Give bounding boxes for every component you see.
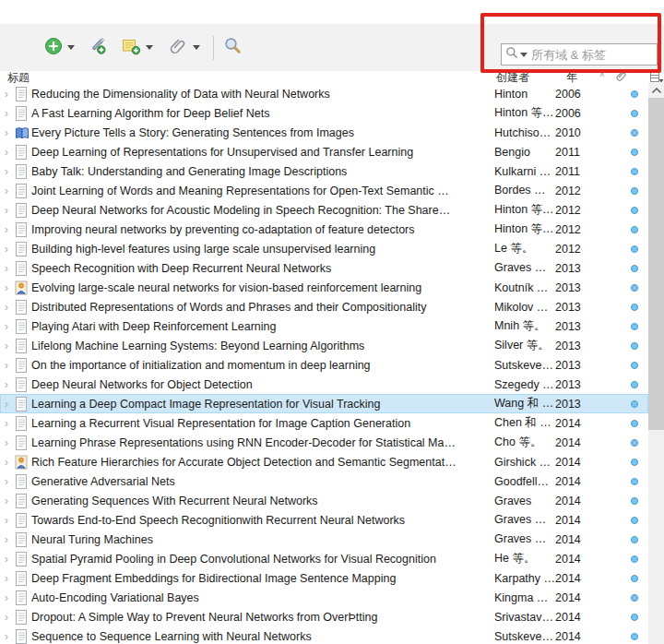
table-row[interactable]: ›Lifelong Machine Learning Systems: Beyo… bbox=[0, 336, 648, 355]
expand-chevron-icon[interactable]: › bbox=[0, 355, 13, 375]
add-attachment-dropdown-caret[interactable] bbox=[193, 45, 200, 50]
expand-chevron-icon[interactable]: › bbox=[0, 491, 13, 510]
table-row[interactable]: ›Learning Phrase Representations using R… bbox=[0, 433, 648, 452]
item-title: Sequence to Sequence Learning with Neura… bbox=[31, 630, 494, 643]
table-row[interactable]: ›Generating Sequences With Recurrent Neu… bbox=[0, 491, 648, 510]
vertical-scrollbar[interactable] bbox=[648, 83, 664, 644]
item-title: Towards End-to-End Speech Recognitionwit… bbox=[31, 514, 494, 527]
advanced-search-button[interactable] bbox=[223, 36, 243, 59]
expand-chevron-icon[interactable]: › bbox=[0, 161, 13, 181]
table-row[interactable]: ›Learning a Recurrent Visual Representat… bbox=[0, 413, 648, 433]
sort-ascending-caret: ∧ bbox=[599, 70, 605, 78]
item-creator: Szegedy … bbox=[494, 378, 555, 391]
attachment-dot-icon bbox=[631, 226, 638, 233]
search-input[interactable] bbox=[531, 48, 653, 62]
table-row[interactable]: ›On the importance of initialization and… bbox=[0, 355, 648, 375]
expand-chevron-icon[interactable]: › bbox=[0, 413, 13, 433]
expand-chevron-icon[interactable]: › bbox=[0, 220, 13, 239]
table-row[interactable]: ›Building high-level features using larg… bbox=[0, 239, 648, 258]
attachment-dot-icon bbox=[631, 594, 638, 602]
expand-chevron-icon[interactable]: › bbox=[0, 588, 13, 607]
table-row[interactable]: ›Rich Feature Hierarchies for Accurate O… bbox=[0, 452, 648, 471]
expand-chevron-icon[interactable]: › bbox=[0, 316, 13, 336]
expand-chevron-icon[interactable]: › bbox=[0, 200, 13, 220]
table-row[interactable]: ›Generative Adversarial NetsGoodfell…201… bbox=[0, 471, 648, 491]
journal-article-icon bbox=[13, 397, 31, 411]
item-year: 2014 bbox=[555, 456, 590, 469]
attachment-dot-icon bbox=[631, 284, 638, 292]
item-year: 2011 bbox=[555, 165, 590, 178]
table-row[interactable]: ›Spatial Pyramid Pooling in Deep Convolu… bbox=[0, 549, 648, 568]
item-year: 2014 bbox=[555, 611, 590, 624]
scrollbar-up-arrow-icon[interactable] bbox=[648, 83, 664, 97]
scrollbar-thumb[interactable] bbox=[648, 98, 664, 430]
table-row[interactable]: ›Joint Learning of Words and Meaning Rep… bbox=[0, 181, 648, 200]
item-creator: Sutskever… bbox=[494, 359, 555, 372]
add-attachment-button[interactable] bbox=[170, 37, 200, 59]
attachment-dot-icon bbox=[631, 536, 638, 543]
expand-chevron-icon[interactable]: › bbox=[0, 181, 13, 200]
expand-chevron-icon[interactable]: › bbox=[0, 239, 13, 258]
expand-chevron-icon[interactable]: › bbox=[0, 549, 13, 568]
search-scope-dropdown-caret[interactable] bbox=[520, 53, 528, 57]
table-row[interactable]: ›Sequence to Sequence Learning with Neur… bbox=[0, 626, 648, 644]
add-attachment-paperclip-icon bbox=[170, 37, 188, 59]
expand-chevron-icon[interactable]: › bbox=[0, 471, 13, 491]
item-creator: Koutník … bbox=[494, 281, 555, 294]
expand-chevron-icon[interactable]: › bbox=[0, 123, 13, 142]
expand-chevron-icon[interactable]: › bbox=[0, 394, 13, 413]
expand-chevron-icon[interactable]: › bbox=[0, 568, 13, 588]
item-title: Neural Turing Machines bbox=[31, 533, 494, 546]
expand-chevron-icon[interactable]: › bbox=[0, 258, 13, 278]
expand-chevron-icon[interactable]: › bbox=[0, 607, 13, 626]
quick-search-box[interactable] bbox=[501, 43, 658, 66]
column-header-row: 标题 创建者 年 ∧ bbox=[0, 70, 664, 84]
item-title: Learning a Deep Compact Image Representa… bbox=[31, 398, 494, 411]
expand-chevron-icon[interactable]: › bbox=[0, 433, 13, 452]
table-row[interactable]: ›Evolving large-scale neural networks fo… bbox=[0, 278, 648, 297]
table-row[interactable]: ›Playing Atari with Deep Reinforcement L… bbox=[0, 316, 648, 336]
expand-chevron-icon[interactable]: › bbox=[0, 142, 13, 161]
item-creator: Graves 和… bbox=[494, 512, 555, 528]
table-row[interactable]: ›Neural Turing MachinesGraves 等…2014 bbox=[0, 530, 648, 549]
column-picker-icon[interactable] bbox=[649, 71, 664, 84]
table-row[interactable]: ›Baby Talk: Understanding and Generating… bbox=[0, 161, 648, 181]
library-window: 标题 创建者 年 ∧ ›Reducing the Dimensionality … bbox=[0, 0, 664, 644]
expand-chevron-icon[interactable]: › bbox=[0, 336, 13, 355]
table-row[interactable]: ›A Fast Learning Algorithm for Deep Beli… bbox=[0, 103, 648, 123]
item-year: 2013 bbox=[555, 281, 590, 294]
expand-chevron-icon[interactable]: › bbox=[0, 84, 13, 103]
journal-article-icon bbox=[13, 610, 31, 625]
table-row[interactable]: ›Towards End-to-End Speech Recognitionwi… bbox=[0, 510, 648, 530]
attachment-dot-icon bbox=[631, 362, 638, 369]
expand-chevron-icon[interactable]: › bbox=[0, 626, 13, 644]
conference-paper-icon bbox=[13, 280, 31, 295]
table-row[interactable]: ›Every Picture Tells a Story: Generating… bbox=[0, 123, 648, 142]
table-row[interactable]: ›Improving neural networks by preventing… bbox=[0, 220, 648, 239]
expand-chevron-icon[interactable]: › bbox=[0, 297, 13, 316]
new-note-dropdown-caret[interactable] bbox=[146, 45, 153, 50]
expand-chevron-icon[interactable]: › bbox=[0, 278, 13, 297]
table-row[interactable]: ›Deep Learning of Representations for Un… bbox=[0, 142, 648, 161]
expand-chevron-icon[interactable]: › bbox=[0, 530, 13, 549]
expand-chevron-icon[interactable]: › bbox=[0, 375, 13, 394]
new-item-dropdown-caret[interactable] bbox=[67, 45, 75, 50]
table-row[interactable]: ›Deep Fragment Embeddings for Bidirectio… bbox=[0, 568, 648, 588]
table-row[interactable]: ›Learning a Deep Compact Image Represent… bbox=[0, 394, 648, 413]
add-by-identifier-button[interactable] bbox=[88, 36, 107, 59]
item-creator: Graves 等… bbox=[494, 260, 555, 276]
expand-chevron-icon[interactable]: › bbox=[0, 452, 13, 471]
table-row[interactable]: ›Distributed Representations of Words an… bbox=[0, 297, 648, 316]
table-row[interactable]: ›Dropout: A Simple Way to Prevent Neural… bbox=[0, 607, 648, 626]
attachment-dot-icon bbox=[631, 265, 638, 272]
table-row[interactable]: ›Auto-Encoding Variational BayesKingma …… bbox=[0, 588, 648, 607]
expand-chevron-icon[interactable]: › bbox=[0, 510, 13, 530]
table-row[interactable]: ›Deep Neural Networks for Object Detecti… bbox=[0, 375, 648, 394]
item-title: Building high-level features using large… bbox=[31, 243, 494, 256]
table-row[interactable]: ›Speech Recognition with Deep Recurrent … bbox=[0, 258, 648, 278]
table-row[interactable]: ›Reducing the Dimensionality of Data wit… bbox=[0, 84, 648, 103]
new-note-button[interactable] bbox=[122, 37, 153, 59]
new-item-button[interactable] bbox=[44, 37, 75, 59]
table-row[interactable]: ›Deep Neural Networks for Acoustic Model… bbox=[0, 200, 648, 220]
expand-chevron-icon[interactable]: › bbox=[0, 103, 13, 123]
